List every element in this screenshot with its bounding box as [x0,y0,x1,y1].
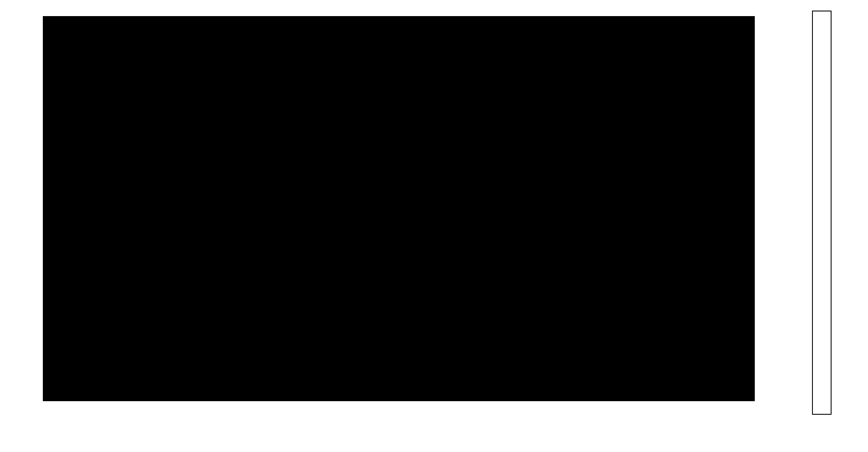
spectrogram-canvas [44,17,754,400]
figure [0,0,868,452]
colorbar-canvas [813,11,831,414]
